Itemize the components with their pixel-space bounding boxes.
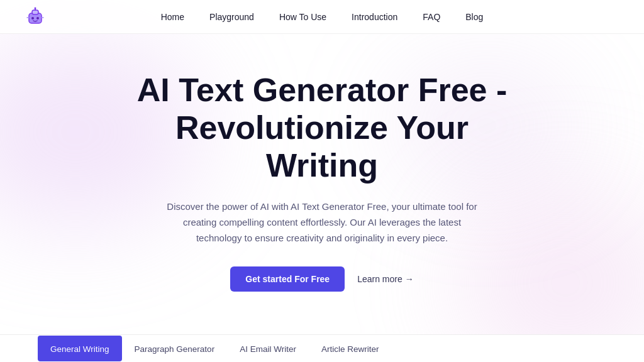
main-nav: Home Playground How To Use Introduction … xyxy=(161,12,484,22)
tab-paragraph-generator[interactable]: Paragraph Generator xyxy=(122,336,228,361)
hero-section: AI Text Generator Free - Revolutionize Y… xyxy=(0,34,644,317)
get-started-button[interactable]: Get started For Free xyxy=(230,266,345,292)
learn-more-button[interactable]: Learn more → xyxy=(357,274,413,284)
nav-item-blog[interactable]: Blog xyxy=(465,12,483,22)
nav-item-home[interactable]: Home xyxy=(161,12,184,22)
hero-title: AI Text Generator Free - Revolutionize Y… xyxy=(127,72,517,184)
site-header: Home Playground How To Use Introduction … xyxy=(0,0,644,34)
nav-item-playground[interactable]: Playground xyxy=(209,12,254,22)
hero-buttons: Get started For Free Learn more → xyxy=(230,266,413,292)
hero-description: Discover the power of AI with AI Text Ge… xyxy=(165,199,479,246)
svg-point-5 xyxy=(35,7,36,9)
tab-article-rewriter[interactable]: Article Rewriter xyxy=(309,336,392,361)
nav-item-faq[interactable]: FAQ xyxy=(423,12,440,22)
svg-point-3 xyxy=(36,17,39,19)
logo-icon xyxy=(25,7,45,27)
logo[interactable] xyxy=(25,7,45,27)
tab-bar: General Writing Paragraph Generator AI E… xyxy=(0,334,644,362)
tab-general-writing[interactable]: General Writing xyxy=(38,336,122,361)
nav-item-how-to-use[interactable]: How To Use xyxy=(279,12,326,22)
svg-rect-1 xyxy=(32,10,38,14)
nav-item-introduction[interactable]: Introduction xyxy=(352,12,397,22)
tab-ai-email-writer[interactable]: AI Email Writer xyxy=(227,336,309,361)
svg-point-2 xyxy=(31,17,34,19)
